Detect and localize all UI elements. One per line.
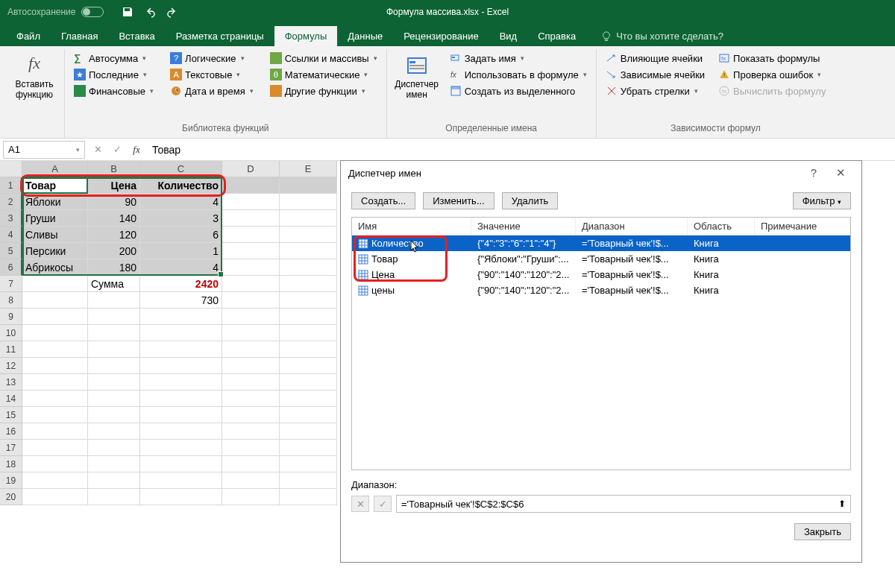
col-name[interactable]: Имя: [352, 218, 471, 235]
cell[interactable]: [140, 440, 222, 456]
range-accept-icon[interactable]: ✓: [374, 496, 392, 512]
cell[interactable]: [140, 391, 222, 407]
cell[interactable]: [222, 423, 280, 440]
autosave-toggle[interactable]: [81, 7, 104, 17]
cell[interactable]: 120: [88, 227, 140, 243]
undo-icon[interactable]: [144, 6, 156, 18]
cell[interactable]: [222, 325, 280, 341]
close-button[interactable]: Закрыть: [794, 523, 851, 540]
cell[interactable]: 4: [140, 194, 222, 210]
tab-view[interactable]: Вид: [489, 26, 528, 46]
row-header[interactable]: 18: [0, 456, 22, 472]
cell[interactable]: [280, 341, 337, 358]
row-header[interactable]: 1: [0, 177, 22, 194]
cell[interactable]: [22, 292, 88, 309]
cell[interactable]: [140, 325, 222, 341]
row-header[interactable]: 8: [0, 292, 22, 309]
row-header[interactable]: 13: [0, 374, 22, 391]
cell[interactable]: [88, 472, 140, 489]
cell[interactable]: [22, 440, 88, 456]
row-header[interactable]: 7: [0, 276, 22, 292]
trace-precedents-button[interactable]: Влияющие ячейки: [603, 51, 708, 66]
col-header-B[interactable]: B: [88, 161, 140, 177]
evaluate-formula-button[interactable]: fxВычислить формулу: [715, 83, 829, 98]
row-header[interactable]: 20: [0, 489, 22, 505]
cell[interactable]: [280, 259, 337, 276]
new-button[interactable]: Создать...: [351, 192, 415, 209]
cell[interactable]: [222, 177, 280, 194]
cell[interactable]: [222, 391, 280, 407]
cell[interactable]: [140, 341, 222, 358]
cell[interactable]: Груши: [22, 210, 88, 227]
math-button[interactable]: θМатематические▾: [267, 67, 380, 82]
delete-button[interactable]: Удалить: [502, 192, 559, 209]
cell[interactable]: [222, 374, 280, 391]
cell[interactable]: [140, 472, 222, 489]
cell[interactable]: Сливы: [22, 227, 88, 243]
row-header[interactable]: 5: [0, 243, 22, 259]
cell[interactable]: [280, 423, 337, 440]
cell[interactable]: [140, 423, 222, 440]
redo-icon[interactable]: [166, 6, 178, 18]
cell[interactable]: [88, 309, 140, 325]
text-button[interactable]: AТекстовые▾: [167, 67, 257, 82]
cell[interactable]: Количество: [140, 177, 222, 194]
cell[interactable]: Товар: [22, 177, 88, 194]
cell[interactable]: [280, 194, 337, 210]
show-formulas-button[interactable]: fxПоказать формулы: [715, 51, 829, 66]
cell[interactable]: 1: [140, 243, 222, 259]
cell[interactable]: [222, 194, 280, 210]
cell[interactable]: Цена: [88, 177, 140, 194]
range-cancel-icon[interactable]: ✕: [351, 496, 369, 512]
error-check-button[interactable]: !Проверка ошибок▾: [715, 67, 829, 82]
cell[interactable]: [280, 243, 337, 259]
name-table-row[interactable]: цены{"90":"140":"120":"2...='Товарный че…: [352, 282, 850, 298]
cell[interactable]: [280, 358, 337, 374]
cell[interactable]: [22, 391, 88, 407]
cell[interactable]: 200: [88, 243, 140, 259]
cell[interactable]: 2420: [140, 276, 222, 292]
cell[interactable]: [280, 407, 337, 423]
cell[interactable]: [280, 391, 337, 407]
cell[interactable]: [22, 325, 88, 341]
row-header[interactable]: 10: [0, 325, 22, 341]
cell[interactable]: Сумма: [88, 276, 140, 292]
cell[interactable]: [280, 227, 337, 243]
cell[interactable]: [22, 472, 88, 489]
cell[interactable]: [222, 292, 280, 309]
collapse-dialog-icon[interactable]: ⬆: [838, 499, 846, 509]
cell[interactable]: [140, 456, 222, 472]
tab-review[interactable]: Рецензирование: [393, 26, 489, 46]
cell[interactable]: [22, 358, 88, 374]
tab-insert[interactable]: Вставка: [108, 26, 165, 46]
row-header[interactable]: 3: [0, 210, 22, 227]
name-table-row[interactable]: Товар{"Яблоки":"Груши":...='Товарный чек…: [352, 251, 850, 267]
help-icon[interactable]: ?: [800, 166, 827, 180]
cell[interactable]: [88, 391, 140, 407]
cell[interactable]: [280, 177, 337, 194]
row-header[interactable]: 6: [0, 259, 22, 276]
tab-formulas[interactable]: Формулы: [274, 26, 338, 46]
cell[interactable]: [280, 440, 337, 456]
cell[interactable]: [88, 325, 140, 341]
cell[interactable]: [88, 292, 140, 309]
cell[interactable]: 90: [88, 194, 140, 210]
cell[interactable]: [280, 309, 337, 325]
cell[interactable]: [280, 292, 337, 309]
cell[interactable]: [88, 456, 140, 472]
cell[interactable]: 140: [88, 210, 140, 227]
cell[interactable]: [222, 456, 280, 472]
filter-button[interactable]: Фильтр ▾: [793, 192, 851, 209]
cell[interactable]: [22, 341, 88, 358]
cell[interactable]: [280, 456, 337, 472]
cancel-icon[interactable]: ✕: [88, 141, 107, 159]
more-functions-button[interactable]: Другие функции▾: [267, 83, 380, 98]
tab-help[interactable]: Справка: [527, 26, 586, 46]
name-table-row[interactable]: Цена{"90":"140":"120":"2...='Товарный че…: [352, 267, 850, 282]
select-all-corner[interactable]: [0, 161, 22, 177]
col-value[interactable]: Значение: [471, 218, 576, 235]
financial-button[interactable]: Финансовые▾: [71, 83, 157, 98]
cell[interactable]: [222, 243, 280, 259]
row-header[interactable]: 2: [0, 194, 22, 210]
cell[interactable]: [22, 489, 88, 505]
